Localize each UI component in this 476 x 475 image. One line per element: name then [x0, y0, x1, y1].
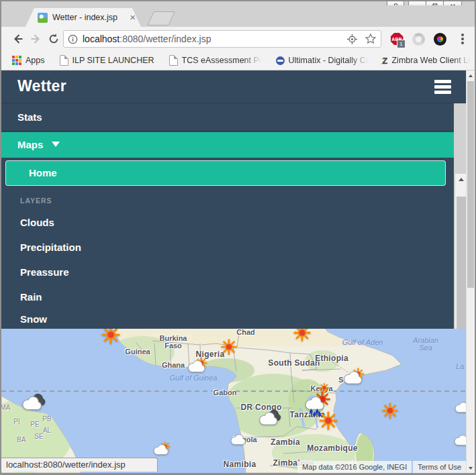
weather-icon-cloud[interactable] [453, 432, 466, 450]
chrome-menu-button[interactable] [455, 32, 470, 46]
map-label-ma: MA [1, 404, 11, 411]
three-dots-icon [461, 34, 464, 44]
page-icon [60, 55, 68, 66]
weather-icon-sun[interactable] [101, 329, 121, 345]
bookmark-zimbra[interactable]: Z Zimbra Web Client Lo [383, 56, 471, 66]
hamburger-menu-icon[interactable] [434, 80, 451, 94]
map-label-zambia: Zambia [271, 439, 300, 446]
page-info-icon[interactable] [68, 34, 78, 44]
nav-item-stats[interactable]: Stats [1, 103, 454, 131]
bookmarks-bar: Apps ILP SITE LAUNCHER TCS eAssessment P… [1, 51, 475, 70]
nav-item-precipitation[interactable]: Precipitation [1, 235, 454, 260]
browser-toolbar: localhost:8080/wetter/index.jsp ABP 1 [1, 27, 475, 51]
weather-icon-cloud[interactable] [230, 431, 247, 449]
swirl-icon [412, 33, 425, 46]
weather-icon-cloud[interactable] [454, 399, 466, 417]
aperture-icon [434, 33, 446, 46]
map-label-gulf-of-aden: Gulf of Aden [342, 339, 383, 346]
weather-icon-cloud-sun[interactable] [342, 368, 364, 389]
nav-item-home[interactable]: Home [5, 160, 446, 186]
app-title: Wetter [17, 77, 66, 95]
map-label-pi: PI [13, 418, 19, 425]
forward-button[interactable] [28, 31, 44, 47]
nav-item-rain[interactable]: Rain [1, 284, 454, 310]
page-content: Wetter Stats Maps Home LAYERS Clouds Pre… [1, 70, 466, 473]
map-label-gabon: Gabon [213, 389, 237, 397]
map-label-ethiopia: Ethiopia [315, 355, 348, 362]
map-label-chad: Chad [236, 329, 255, 336]
abp-badge: 1 [397, 40, 406, 48]
nav-submenu: Home [1, 158, 454, 189]
map-attribution: Map data ©2016 Google, INEGI Terms of Us… [297, 461, 466, 473]
map-label-pb: PB [42, 415, 51, 423]
back-arrow-icon [11, 32, 24, 46]
app-header: Wetter [1, 70, 466, 103]
apps-label: Apps [26, 56, 45, 65]
map-label-guinea: Guinea [125, 348, 150, 356]
layers-heading: LAYERS [20, 195, 52, 207]
weather-icon-sun[interactable] [381, 402, 399, 419]
tab-favicon-icon [38, 13, 48, 23]
map-label-ba: BA [17, 436, 26, 443]
map-label-arabian-sea: Arabian Sea [406, 337, 446, 352]
chevron-down-icon [52, 142, 60, 151]
page-scrollbar[interactable] [466, 70, 475, 473]
map-label-burkina-faso: Burkina Faso [160, 335, 187, 350]
map-canvas[interactable]: GuineaBurkina FasoGhanaNigeriaGulf of Gu… [1, 329, 466, 473]
map-label-al: AL [43, 427, 51, 434]
disabled-extension-icon[interactable] [411, 32, 426, 46]
weather-icon-sun[interactable] [318, 411, 338, 431]
status-bar: localhost:8080/wetter/index.jsp [1, 458, 158, 472]
map-label-south-sudan: South Sudan [268, 360, 320, 367]
weather-icon-cloud-sun[interactable] [187, 357, 207, 377]
map-label-mozambique: Mozambique [307, 445, 358, 452]
weather-icon-cloud-sun[interactable] [152, 441, 170, 459]
weather-icon-sun[interactable] [220, 338, 238, 356]
bookmark-ilp[interactable]: ILP SITE LAUNCHER [60, 55, 154, 66]
geolocation-icon[interactable] [346, 34, 358, 45]
lens-extension-icon[interactable] [432, 32, 447, 46]
address-bar[interactable]: localhost:8080/wetter/index.jsp [63, 30, 381, 48]
page-icon [169, 55, 178, 66]
nav-item-maps[interactable]: Maps [1, 132, 454, 158]
bookmark-tcs[interactable]: TCS eAssessment Port [169, 55, 261, 66]
new-tab-button[interactable] [147, 11, 175, 25]
map-label-namibia: Namibia [224, 461, 256, 468]
map-data-credit: Map data ©2016 Google, INEGI [297, 461, 412, 473]
browser-tab[interactable]: Wetter - index.jsp × [26, 8, 141, 27]
tab-strip: Wetter - index.jsp × [1, 5, 475, 27]
scroll-down-icon[interactable] [467, 462, 475, 473]
bookmark-ultimatix[interactable]: Ultimatix - Digitally Co [276, 56, 368, 65]
map-label-se: SE [34, 433, 43, 440]
url-text: localhost:8080/wetter/index.jsp [83, 34, 346, 44]
weather-icon-cloud-dark[interactable] [258, 409, 279, 430]
nav-menu: Stats Maps Home LAYERS Clouds Precipitat… [1, 103, 454, 329]
map-label-la: La [456, 363, 464, 370]
reload-icon [48, 33, 60, 45]
nav-item-preassure[interactable]: Preassure [1, 260, 454, 285]
back-button[interactable] [9, 31, 26, 47]
weather-icon-cloud-dark[interactable] [21, 392, 44, 415]
tab-title: Wetter - index.jsp [52, 13, 127, 22]
apps-grid-icon [12, 56, 21, 65]
reload-button[interactable] [46, 31, 62, 47]
terms-of-use-link[interactable]: Terms of Use [413, 461, 466, 473]
zimbra-logo-icon: Z [383, 56, 388, 66]
adblock-plus-extension-icon[interactable]: ABP 1 [389, 32, 404, 46]
weather-icon-sun[interactable] [293, 329, 312, 342]
scroll-up-icon[interactable] [467, 70, 475, 81]
forward-arrow-icon [30, 32, 43, 46]
map-label-ghana: Ghana [162, 362, 185, 369]
tata-logo-icon [276, 56, 285, 65]
nav-item-snow[interactable]: Snow [1, 309, 454, 329]
tab-close-icon[interactable]: × [127, 11, 141, 24]
page-scrollbar-thumb[interactable] [467, 81, 474, 288]
apps-shortcut[interactable]: Apps [12, 56, 45, 65]
map-label-pe: PE [30, 421, 39, 428]
nav-item-clouds[interactable]: Clouds [1, 210, 454, 235]
menu-scrollbar-thumb[interactable] [457, 197, 466, 348]
bookmark-star-icon[interactable] [365, 33, 377, 45]
